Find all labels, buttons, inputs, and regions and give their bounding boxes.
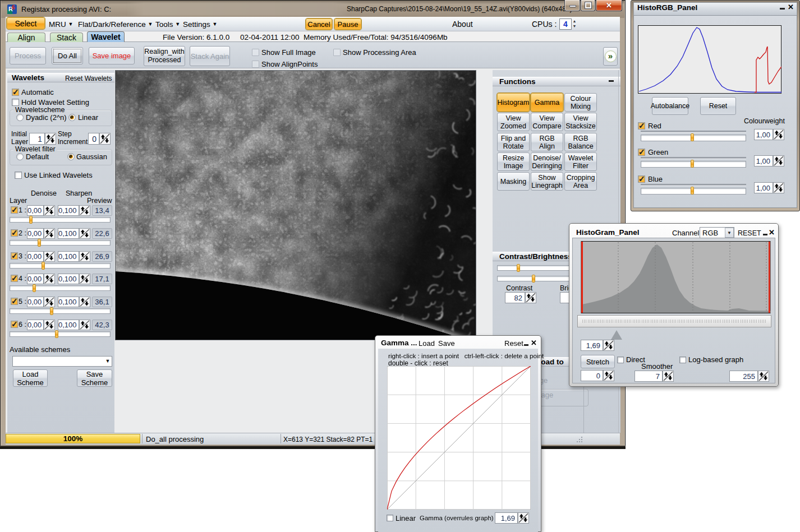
svg-text:6: 6 xyxy=(12,4,15,11)
